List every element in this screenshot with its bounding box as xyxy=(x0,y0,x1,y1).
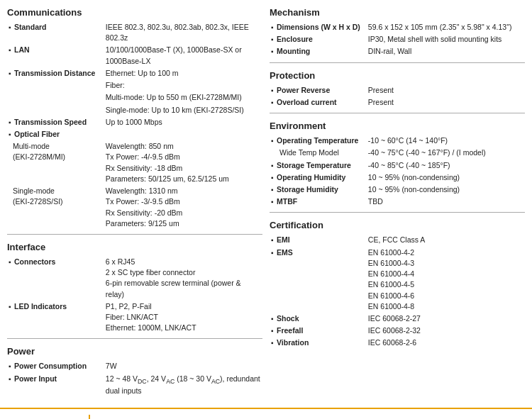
footer: ADVANTECH Industrial Ethernet Soultions xyxy=(0,408,532,419)
table-row: Freefall IEC 60068-2-32 xyxy=(270,325,525,337)
freefall-value: IEC 60068-2-32 xyxy=(367,325,525,337)
emi-label: EMI xyxy=(271,235,290,244)
mtbf-label: MTBF xyxy=(271,197,297,206)
table-row: Enclosure IP30, Metal shell with solid m… xyxy=(270,33,525,45)
protection-title: Protection xyxy=(270,70,525,81)
table-row: Optical Fiber xyxy=(7,128,262,140)
mounting-label: Mounting xyxy=(271,47,310,55)
table-row: Storage Humidity 10 ~ 95% (non-condensin… xyxy=(270,184,525,196)
table-row: Mounting DIN-rail, Wall xyxy=(270,45,525,57)
lan-value: 10/100/1000Base-T (X), 1000Base-SX or 10… xyxy=(104,44,262,67)
freefall-label: Freefall xyxy=(271,326,303,335)
connectors-value: 6 x RJ452 x SC type fiber connector6-pin… xyxy=(104,256,262,301)
led-indicators-value: P1, P2, P-FailFiber: LNK/ACTEthernet: 10… xyxy=(104,301,262,335)
table-row: Single-mode(EKI-2728S/SI) Wavelength: 13… xyxy=(7,185,262,230)
environment-table: Operating Temperature -10 ~ 60°C (14 ~ 1… xyxy=(270,135,525,208)
table-row: Overload current Present xyxy=(270,96,525,108)
table-row: EMS EN 61000-4-2EN 61000-4-3EN 61000-4-4… xyxy=(270,247,525,313)
mounting-value: DIN-rail, Wall xyxy=(367,45,525,57)
footer-divider xyxy=(89,415,90,419)
table-row: EMI CE, FCC Class A xyxy=(270,234,525,246)
power-reverse-value: Present xyxy=(367,84,525,96)
dimensions-value: 59.6 x 152 x 105 mm (2.35" x 5.98" x 4.1… xyxy=(367,21,525,33)
divider-certification xyxy=(270,212,525,213)
environment-title: Environment xyxy=(270,121,525,131)
table-row: Standard IEEE 802.3, 802.3u, 802.3ab, 80… xyxy=(7,21,262,44)
table-row: Single-mode: Up to 10 km (EKI-2728S/SI) xyxy=(7,104,262,116)
mechanism-table: Dimensions (W x H x D) 59.6 x 152 x 105 … xyxy=(270,21,525,58)
dimensions-label: Dimensions (W x H x D) xyxy=(271,23,360,31)
interface-title: Interface xyxy=(7,242,262,252)
multimode-specs: Wavelength: 850 nmTx Power: -4/-9.5 dBmR… xyxy=(104,140,262,185)
table-row: Power Input 12 ~ 48 VDC, 24 VAC (18 ~ 30… xyxy=(7,373,262,398)
emi-value: CE, FCC Class A xyxy=(367,234,525,246)
transmission-speed-label: Transmission Speed xyxy=(9,118,87,126)
divider-environment xyxy=(270,113,525,113)
singlemode-specs: Wavelength: 1310 nmTx Power: -3/-9.5 dBm… xyxy=(104,185,262,230)
table-row: LAN 10/100/1000Base-T (X), 1000Base-SX o… xyxy=(7,44,262,67)
table-row: Wide Temp Model -40 ~ 75°C (-40 ~ 167°F)… xyxy=(270,147,525,159)
enclosure-value: IP30, Metal shell with solid mounting ki… xyxy=(367,33,525,45)
communications-title: Communications xyxy=(7,7,262,18)
operating-temp-value: -10 ~ 60°C (14 ~ 140°F) xyxy=(367,135,525,147)
singlemode-distance-value: Single-mode: Up to 10 km (EKI-2728S/SI) xyxy=(104,104,262,116)
operating-humidity-label: Operating Humidity xyxy=(271,173,345,181)
lan-label: LAN xyxy=(9,45,30,54)
standard-label: Standard xyxy=(9,23,47,31)
led-indicators-label: LED Indicators xyxy=(9,302,67,311)
ems-label: EMS xyxy=(271,248,293,257)
table-row: Multi-mode(EKI-2728M/MI) Wavelength: 850… xyxy=(7,140,262,185)
operating-temp-label: Operating Temperature xyxy=(271,136,358,145)
transmission-distance-value: Ethernet: Up to 100 m xyxy=(104,67,262,79)
table-row: Multi-mode: Up to 550 m (EKI-2728M/MI) xyxy=(7,91,262,104)
table-row: LED Indicators P1, P2, P-FailFiber: LNK/… xyxy=(7,301,262,335)
certification-title: Certification xyxy=(270,220,525,230)
wide-temp-value: -40 ~ 75°C (-40 ~ 167°F) / (I model) xyxy=(367,147,525,159)
table-row: MTBF TBD xyxy=(270,196,525,208)
storage-humidity-label: Storage Humidity xyxy=(271,185,338,194)
shock-label: Shock xyxy=(271,314,299,323)
table-row: Operating Temperature -10 ~ 60°C (14 ~ 1… xyxy=(270,135,525,147)
power-input-label: Power Input xyxy=(9,374,57,383)
table-row: Power Consumption 7W xyxy=(7,360,262,372)
power-reverse-label: Power Reverse xyxy=(271,86,330,94)
optical-fiber-value xyxy=(104,128,262,140)
optical-fiber-label: Optical Fiber xyxy=(9,130,60,138)
ems-value: EN 61000-4-2EN 61000-4-3EN 61000-4-4EN 6… xyxy=(367,247,525,313)
multimode-sub-label: Multi-mode(EKI-2728M/MI) xyxy=(7,140,104,185)
table-row: Transmission Speed Up to 1000 Mbps xyxy=(7,116,262,128)
table-row: Power Reverse Present xyxy=(270,84,525,96)
transmission-distance-label: Transmission Distance xyxy=(9,69,95,77)
protection-table: Power Reverse Present Overload current P… xyxy=(270,84,525,108)
power-title: Power xyxy=(7,346,262,357)
mechanism-title: Mechanism xyxy=(270,7,525,18)
storage-temp-label: Storage Temperature xyxy=(271,161,351,169)
wide-temp-label: Wide Temp Model xyxy=(270,147,367,159)
certification-table: EMI CE, FCC Class A EMS EN 61000-4-2EN 6… xyxy=(270,234,525,349)
overload-current-value: Present xyxy=(367,96,525,108)
table-row: Shock IEC 60068-2-27 xyxy=(270,313,525,325)
storage-humidity-value: 10 ~ 95% (non-condensing) xyxy=(367,184,525,196)
communications-table: Standard IEEE 802.3, 802.3u, 802.3ab, 80… xyxy=(7,21,262,230)
divider-protection xyxy=(270,62,525,63)
divider-interface xyxy=(7,234,262,235)
table-row: Dimensions (W x H x D) 59.6 x 152 x 105 … xyxy=(270,21,525,33)
power-table: Power Consumption 7W Power Input 12 ~ 48… xyxy=(7,360,262,397)
divider-power xyxy=(7,338,262,339)
overload-current-label: Overload current xyxy=(271,98,337,106)
table-row: Fiber: xyxy=(7,79,262,91)
table-row: Operating Humidity 10 ~ 95% (non-condens… xyxy=(270,172,525,184)
operating-humidity-value: 10 ~ 95% (non-condensing) xyxy=(367,172,525,184)
fiber-label: Fiber: xyxy=(104,79,262,91)
power-consumption-label: Power Consumption xyxy=(9,362,87,370)
left-column: Communications Standard IEEE 802.3, 802.… xyxy=(7,7,262,401)
power-input-value: 12 ~ 48 VDC, 24 VAC (18 ~ 30 VAC), redun… xyxy=(104,373,262,398)
transmission-speed-value: Up to 1000 Mbps xyxy=(104,116,262,128)
multimode-distance-value: Multi-mode: Up to 550 m (EKI-2728M/MI) xyxy=(104,91,262,104)
storage-temp-value: -40 ~ 85°C (-40 ~ 185°F) xyxy=(367,160,525,172)
interface-table: Connectors 6 x RJ452 x SC type fiber con… xyxy=(7,256,262,335)
shock-value: IEC 60068-2-27 xyxy=(367,313,525,325)
right-column: Mechanism Dimensions (W x H x D) 59.6 x … xyxy=(270,7,525,401)
standard-value: IEEE 802.3, 802.3u, 802.3ab, 802.3x, IEE… xyxy=(104,21,262,44)
enclosure-label: Enclosure xyxy=(271,35,313,43)
